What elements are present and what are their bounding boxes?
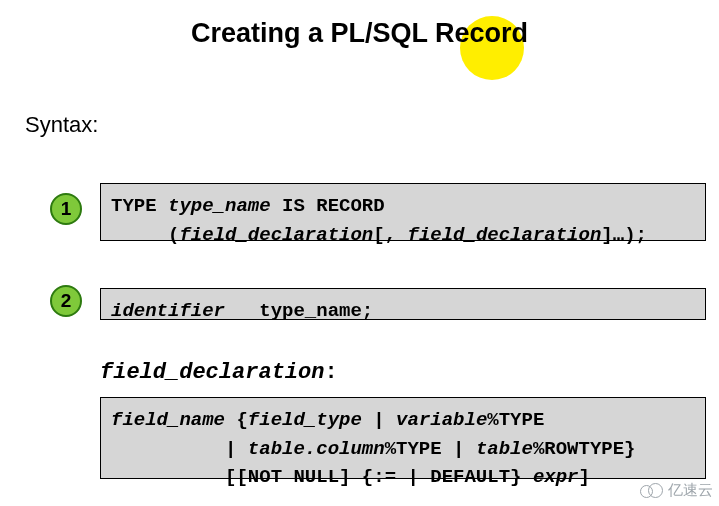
syntax-heading: Syntax: xyxy=(25,112,98,138)
code-text: IS RECORD xyxy=(271,195,385,217)
code-text: type_name xyxy=(168,195,271,217)
code-text: table.column xyxy=(248,438,385,460)
code-block-field-declaration: field_name {field_type | variable%TYPE |… xyxy=(100,397,706,479)
code-text: %TYPE | xyxy=(385,438,476,460)
code-text: ]…); xyxy=(601,224,647,246)
page-title: Creating a PL/SQL Record xyxy=(0,18,719,49)
code-text: expr xyxy=(533,466,579,488)
code-text: table xyxy=(476,438,533,460)
code-block-identifier: identifier type_name; xyxy=(100,288,706,320)
code-text: identifier xyxy=(111,300,225,322)
code-text: %ROWTYPE} xyxy=(533,438,636,460)
code-text: ] xyxy=(578,466,589,488)
watermark-text: 亿速云 xyxy=(668,481,713,500)
code-text: [[NOT NULL] {:= | DEFAULT} xyxy=(111,466,533,488)
step-number: 1 xyxy=(61,198,72,220)
code-text: ( xyxy=(111,224,179,246)
code-text: [, xyxy=(373,224,407,246)
code-text: type_name; xyxy=(225,300,373,322)
code-text: | xyxy=(111,438,248,460)
code-text: TYPE xyxy=(111,195,168,217)
code-text: | xyxy=(362,409,396,431)
step-number: 2 xyxy=(61,290,72,312)
code-text: field_name xyxy=(111,409,225,431)
code-text: field_declaration xyxy=(407,224,601,246)
code-text: field_type xyxy=(248,409,362,431)
code-text: %TYPE xyxy=(487,409,544,431)
cloud-icon xyxy=(640,483,664,498)
step-badge-2: 2 xyxy=(50,285,82,317)
code-text: field_declaration xyxy=(179,224,373,246)
label-text: field_declaration xyxy=(100,360,324,385)
label-colon: : xyxy=(324,360,337,385)
step-badge-1: 1 xyxy=(50,193,82,225)
field-declaration-label: field_declaration: xyxy=(100,360,338,385)
code-block-type-definition: TYPE type_name IS RECORD (field_declarat… xyxy=(100,183,706,241)
code-text: { xyxy=(225,409,248,431)
code-text: variable xyxy=(396,409,487,431)
watermark: 亿速云 xyxy=(640,481,713,500)
